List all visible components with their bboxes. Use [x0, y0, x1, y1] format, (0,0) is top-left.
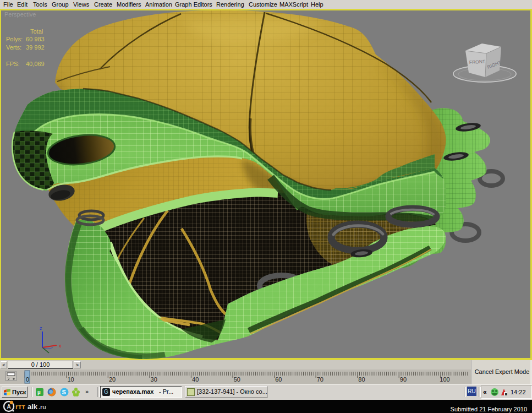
svg-text:FRONT: FRONT	[469, 58, 486, 65]
svg-text:40,069: 40,069	[26, 61, 45, 67]
svg-text:µ: µ	[37, 389, 41, 395]
svg-text:0: 0	[26, 376, 29, 383]
svg-text:A: A	[7, 404, 11, 410]
svg-text:z: z	[40, 325, 42, 331]
svg-text:x: x	[59, 343, 62, 349]
svg-text:S: S	[62, 389, 66, 395]
svg-text:39 992: 39 992	[26, 44, 45, 51]
svg-text:Verts:: Verts:	[6, 44, 21, 51]
svg-text:»: »	[85, 388, 89, 395]
svg-text:.ru: .ru	[39, 404, 46, 410]
svg-text:rтт: rтт	[15, 403, 25, 411]
svg-text:Perspective: Perspective	[4, 11, 36, 18]
svg-text:FPS:: FPS:	[6, 61, 19, 67]
svg-text:Total: Total	[30, 28, 43, 35]
svg-text:Polys:: Polys:	[6, 36, 23, 42]
svg-text:60 983: 60 983	[26, 36, 45, 42]
svg-text:alk: alk	[28, 403, 38, 411]
